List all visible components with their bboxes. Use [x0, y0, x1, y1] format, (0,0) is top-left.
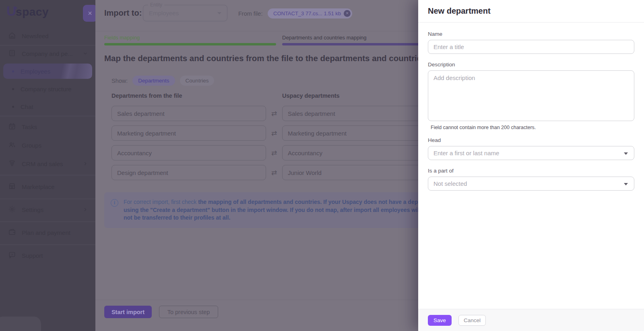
is-a-part-of-select[interactable]: Not selected — [428, 177, 634, 191]
sidebar-item-chat[interactable]: Chat — [0, 101, 95, 113]
sidebar-item-company-and-people[interactable]: Company and pe... — [0, 47, 95, 60]
home-icon — [8, 31, 16, 41]
mapping-from-field[interactable]: Accountancy — [111, 145, 266, 160]
departments-mapping-grid: Departments from the file Uspacy departm… — [111, 93, 437, 180]
show-label: Show: — [111, 78, 128, 84]
sidebar-item-plan-and-payment[interactable]: Plan and payment — [0, 225, 95, 240]
step-fields-mapping: Fields mapping — [104, 35, 276, 45]
start-import-button[interactable]: Start import — [104, 306, 152, 318]
storefront-icon — [8, 182, 16, 191]
sidebar-item-label: Tasks — [22, 123, 88, 130]
chevron-right-icon — [83, 207, 88, 212]
mapping-to-field[interactable]: Marketing department — [282, 125, 437, 141]
sidebar-divider — [0, 199, 95, 199]
swap-arrows-icon: ⇄ — [266, 125, 282, 141]
column-header-from-file: Departments from the file — [111, 93, 266, 99]
sidebar-item-label: Company and pe... — [22, 50, 77, 57]
head-input[interactable] — [433, 150, 613, 156]
mapping-to-field[interactable]: Accountancy — [282, 145, 437, 160]
swap-arrows-icon: ⇄ — [266, 165, 282, 180]
logo-text: spacy — [16, 6, 49, 18]
close-icon: × — [88, 9, 92, 17]
users-icon — [8, 141, 16, 150]
description-textarea[interactable] — [428, 70, 634, 121]
bullet-icon — [12, 106, 14, 108]
is-a-part-of-label: Is a part of — [428, 168, 634, 174]
filter-chip-countries[interactable]: Countries — [180, 76, 215, 86]
sidebar-divider — [0, 116, 95, 116]
show-filter-row: Show: Departments Countries — [111, 76, 214, 86]
step-label: Fields mapping — [104, 35, 276, 41]
from-file-label: From file: — [238, 10, 262, 17]
column-header-uspacy: Uspacy departments — [282, 93, 437, 99]
mapping-from-field[interactable]: Marketing department — [111, 125, 266, 141]
sidebar-item-label: Chat — [21, 103, 88, 110]
filter-chip-departments[interactable]: Departments — [132, 76, 175, 86]
head-label: Head — [428, 137, 634, 143]
import-steps: Fields mapping Departments and countries… — [104, 35, 454, 45]
cancel-button[interactable]: Cancel — [458, 315, 486, 326]
head-select[interactable] — [428, 146, 634, 160]
caret-down-icon — [624, 152, 628, 155]
sidebar-close-button[interactable]: × — [83, 5, 95, 22]
info-icon: i — [111, 199, 118, 207]
step-progress-bar — [104, 43, 276, 45]
chevron-down-icon — [83, 51, 88, 56]
svg-text:?: ? — [11, 253, 13, 256]
mapping-from-field[interactable]: Sales department — [111, 106, 266, 121]
funnel-icon — [8, 159, 16, 169]
sidebar-item-newsfeed[interactable]: Newsfeed — [0, 29, 95, 43]
gear-icon — [8, 205, 16, 214]
logo-u-glyph: U — [6, 3, 17, 19]
sidebar-item-label: Employees — [21, 68, 85, 75]
description-label: Description — [428, 62, 634, 68]
wallet-icon — [8, 228, 16, 237]
info-text: For correct import, first check the mapp… — [124, 198, 421, 222]
mapping-from-field[interactable]: Design department — [111, 165, 266, 180]
sidebar-divider — [0, 175, 95, 175]
entity-select-label: Entity — [148, 2, 164, 8]
drawer-footer: Save Cancel — [418, 309, 644, 331]
caret-down-icon — [624, 183, 628, 185]
sidebar-item-support[interactable]: ? Support — [0, 248, 95, 263]
page-title: Map the departments and countries from t… — [104, 53, 433, 63]
description-helper-text: Field cannot contain more than 200 chara… — [431, 125, 634, 130]
import-info-box: i For correct import, first check the ma… — [104, 192, 450, 228]
corner-widget — [0, 317, 41, 331]
sidebar-item-label: Company structure — [21, 86, 88, 93]
swap-arrows-icon: ⇄ — [266, 145, 282, 160]
new-department-drawer: New department Name Description Field ca… — [418, 0, 644, 331]
bullet-icon — [12, 88, 14, 90]
sidebar-item-employees[interactable]: Employees — [3, 64, 92, 79]
drawer-body: Name Description Field cannot contain mo… — [418, 23, 644, 191]
remove-file-icon[interactable]: × — [344, 10, 351, 17]
swap-arrows-icon: ⇄ — [266, 106, 282, 121]
sidebar: Uspacy × Newsfeed Company and pe... Empl… — [0, 0, 95, 331]
mapping-to-field[interactable]: Junior World — [282, 165, 437, 180]
sidebar-item-label: Marketplace — [22, 183, 88, 190]
sidebar-item-groups[interactable]: Groups — [0, 138, 95, 152]
sidebar-item-tasks[interactable]: Tasks — [0, 119, 95, 134]
sidebar-item-label: Plan and payment — [22, 229, 88, 236]
bullet-icon — [12, 70, 14, 72]
sidebar-item-label: Settings — [22, 206, 77, 213]
file-chip-label: CONTACT_3 77.cs... 1.51 kb — [273, 10, 341, 16]
sidebar-item-crm-and-sales[interactable]: CRM and sales — [0, 156, 95, 171]
sidebar-divider — [0, 222, 95, 222]
save-button[interactable]: Save — [428, 315, 452, 326]
entity-select[interactable]: Entity Employees — [143, 5, 227, 21]
app-root: Uspacy × Newsfeed Company and pe... Empl… — [0, 0, 644, 331]
drawer-title: New department — [428, 6, 634, 16]
name-input[interactable] — [428, 40, 634, 54]
mapping-to-field[interactable]: Sales department — [282, 106, 437, 121]
sidebar-item-company-structure[interactable]: Company structure — [0, 83, 95, 95]
calendar-icon — [8, 122, 16, 132]
sidebar-item-label: Groups — [22, 142, 88, 149]
sidebar-item-settings[interactable]: Settings — [0, 202, 95, 217]
help-bubble-icon: ? — [8, 251, 16, 260]
name-label: Name — [428, 31, 634, 37]
file-chip[interactable]: CONTACT_3 77.cs... 1.51 kb × — [268, 8, 352, 19]
to-previous-step-button[interactable]: To previous step — [159, 306, 218, 318]
sidebar-item-marketplace[interactable]: Marketplace — [0, 179, 95, 194]
sidebar-item-label: CRM and sales — [22, 160, 77, 167]
